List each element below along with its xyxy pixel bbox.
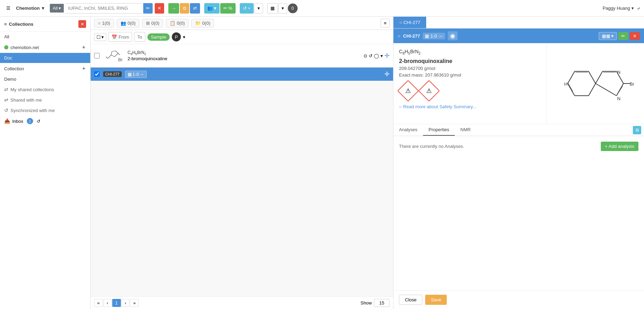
per-page-input[interactable]	[374, 299, 390, 307]
reactions-count: 0(0)	[128, 21, 136, 26]
select-all-checkbox[interactable]: ☐ ▾	[94, 33, 106, 41]
research-icon: 📁	[195, 21, 201, 26]
hamburger-menu-button[interactable]: ☰	[3, 3, 13, 14]
user-menu-button[interactable]: Paggy Huang ▾	[603, 6, 634, 11]
filter-sort-button[interactable]: ≡	[381, 19, 390, 27]
app-brand: Chemotion ▾	[16, 6, 44, 11]
detail-circle-icon: ○	[398, 33, 400, 39]
item-checkbox[interactable]	[94, 71, 100, 77]
add-button[interactable]: ↺ +	[240, 3, 254, 14]
header-badge-count: 1-0	[430, 33, 437, 39]
inbox-label: Inbox	[12, 119, 23, 124]
filter-tab-screens[interactable]: 📋 0(0)	[166, 19, 189, 27]
list-item[interactable]: Br C8H5BrN2 2-bromoquinoxaline ⊙ ↺ ◯ ▾	[91, 44, 393, 68]
chemotion-add-button[interactable]: +	[82, 44, 86, 50]
add-plus-icon: +	[248, 6, 251, 11]
svg-text:N: N	[617, 96, 620, 101]
selected-item-move-button[interactable]: ✛	[384, 70, 390, 78]
search-submit-button[interactable]: ✏	[143, 3, 153, 14]
svg-line-14	[568, 84, 575, 96]
detail-edit-icon: ✏	[621, 33, 625, 39]
svg-line-16	[568, 84, 573, 92]
sidebar-item-chemotion[interactable]: chemotion.net +	[0, 42, 90, 53]
item-checkbox[interactable]	[94, 53, 100, 58]
add-analysis-button[interactable]: + Add analysis	[601, 142, 638, 151]
barcode-caret-button[interactable]: ▾	[278, 3, 287, 14]
detail-tab-chi277[interactable]: ○ CHI-277	[393, 17, 426, 28]
profile-button[interactable]: P	[172, 32, 181, 41]
filter-tab-research[interactable]: 📁 0(0)	[191, 19, 214, 27]
users-icon: 👥	[207, 6, 213, 11]
page-last-button[interactable]: »	[130, 299, 139, 307]
detail-close-button[interactable]: ✕	[630, 32, 640, 40]
sidebar-section-shared-with-me[interactable]: ⇄ Shared with me	[0, 95, 90, 105]
from-label: From	[118, 34, 129, 40]
exact-mass-label: Exact mass:	[399, 72, 424, 78]
count-badge-button[interactable]: 0	[288, 3, 298, 13]
main-layout: ≡ Collections ✕ All chemotion.net + Doc …	[0, 17, 644, 309]
page-first-button[interactable]: «	[94, 299, 103, 307]
list-item[interactable]: CHI-277 ▦ 1-0 ↔ ✛	[91, 68, 393, 81]
page-1-button[interactable]: 1	[112, 299, 121, 307]
collection-add-button[interactable]: +	[82, 65, 86, 72]
close-button[interactable]: Close	[399, 295, 422, 305]
detail-panel: ○ CHI-277 ○ CHI-277 ▦ 1-0 ↔ ◉ ▦▦ ▾ ✏	[393, 17, 644, 309]
detail-molecule-structure: N N Br H	[546, 43, 644, 124]
molecule-svg: N N Br H	[554, 49, 637, 118]
sidebar-section-my-shared[interactable]: ⇄ My shared collections	[0, 84, 90, 95]
barcode-caret-icon: ▾	[282, 6, 284, 11]
sidebar-item-all[interactable]: All	[0, 32, 90, 42]
list-options-button[interactable]: ▾	[183, 34, 185, 40]
filter-tab-wellplates[interactable]: ⊞ 0(0)	[142, 19, 163, 27]
sample-toggle-button[interactable]: Sample	[147, 33, 170, 41]
add-dropdown-button[interactable]: ▾	[254, 3, 263, 14]
badge-arrows-icon: ↔	[140, 72, 144, 77]
collections-action-button[interactable]: ✕	[78, 20, 86, 28]
svg-line-11	[589, 71, 596, 84]
search-all-label: All	[53, 6, 58, 11]
metadata-button[interactable]: ✏ %	[220, 3, 236, 14]
header-barcode-icon: ▦	[425, 33, 429, 39]
sidebar-item-collection[interactable]: Collection +	[0, 63, 90, 74]
count-label: 0	[291, 6, 294, 11]
filter-tab-samples[interactable]: ○ 1(0)	[94, 19, 114, 27]
calendar-from-icon: 📅	[112, 34, 117, 40]
save-button[interactable]: Save	[425, 295, 447, 305]
nmr-tab[interactable]: NMR	[455, 124, 476, 136]
move-button[interactable]: →	[168, 3, 179, 14]
date-to-picker[interactable]: To	[134, 32, 145, 42]
sample-move-button[interactable]: ✛	[384, 52, 390, 60]
chemotion-dot	[4, 45, 8, 49]
tab-copy-button[interactable]: ⧉	[633, 126, 641, 134]
logout-button[interactable]: ⤶	[637, 5, 641, 11]
logout-icon: ⤶	[637, 6, 641, 11]
barcode-button[interactable]: ▦	[267, 3, 278, 14]
page-next-button[interactable]: ›	[122, 299, 129, 307]
detail-edit-button[interactable]: ✏	[618, 32, 628, 40]
sidebar-inbox[interactable]: 📥 Inbox 1 ↺	[0, 116, 90, 127]
navbar: ☰ Chemotion ▾ All ▾ ✏ ✕ → ⧉ ⇄ 👥 ▾	[0, 0, 644, 17]
svg-text:Br: Br	[630, 81, 635, 87]
analyses-tab[interactable]: Analyses	[393, 124, 423, 136]
selected-sample-info: CHI-277 ▦ 1-0 ↔	[103, 71, 381, 78]
detail-tabs-section: Analyses Properties NMR ⧉	[393, 124, 644, 157]
detail-barcode-display-button[interactable]: ▦▦ ▾	[599, 32, 617, 40]
copy-button[interactable]: ⧉	[180, 3, 189, 14]
search-input[interactable]	[65, 3, 142, 14]
collections-title: Collections	[9, 22, 33, 27]
filter-tab-reactions[interactable]: 👥 0(0)	[117, 19, 139, 27]
sidebar-section-synchronized[interactable]: ↺ Synchronized with me	[0, 105, 90, 116]
users-button[interactable]: 👥 ▾	[204, 3, 220, 14]
pagination-buttons: « ‹ 1 › »	[94, 299, 139, 307]
sidebar-item-doc[interactable]: Doc	[0, 53, 90, 63]
no-analyses-text: There are currently no Analyses.	[399, 144, 464, 149]
search-clear-button[interactable]: ✕	[155, 3, 164, 14]
sidebar-item-demo[interactable]: Demo	[0, 74, 90, 84]
share-button[interactable]: ⇄	[190, 3, 200, 14]
safety-summary-link[interactable]: ○ Read more about Safety Summary...	[399, 104, 541, 109]
content-area: ○ 1(0) 👥 0(0) ⊞ 0(0) 📋 0(0) 📁 0(0) ≡	[91, 17, 393, 309]
date-from-picker[interactable]: 📅 From	[108, 32, 132, 42]
page-prev-button[interactable]: ‹	[104, 299, 111, 307]
properties-tab[interactable]: Properties	[423, 124, 455, 136]
search-all-button[interactable]: All ▾	[50, 4, 64, 13]
